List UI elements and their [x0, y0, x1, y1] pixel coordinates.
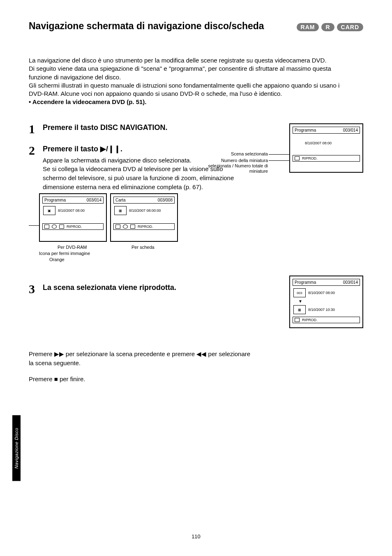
- intro-body: La navigazione del disco è uno strumento…: [29, 57, 339, 97]
- callout-thumb-count: Numero della miniatura selezionata / Num…: [206, 158, 268, 174]
- screen-footer: RIPROD.: [293, 317, 360, 323]
- thumb-row: 8/10/2007 08:00: [293, 141, 359, 145]
- screen-title-right: 003/008: [158, 198, 173, 202]
- thumb-image: ▦: [114, 206, 127, 215]
- timer-icon: [123, 225, 128, 229]
- thumb-row: ▦ 8/10/2007 08:00:00: [114, 206, 174, 215]
- step-number: 2: [29, 144, 43, 158]
- bottom-p1-b: per selezionare la scena precedente e pr…: [64, 350, 197, 357]
- thumb-image: ▦: [293, 305, 306, 314]
- bottom-p2-b: per finire.: [58, 375, 85, 382]
- play-small-icon: [130, 225, 135, 229]
- screen-title-left: Programma: [295, 280, 316, 285]
- thumb-date: 8/10/2007 08:00:00: [129, 208, 161, 213]
- thumb-row-2: ▦ 8/10/2007 10:30: [293, 305, 359, 314]
- footer-label: RIPROD.: [67, 225, 82, 229]
- nav-screen-left: Programma 003/014 ▣ 8/10/2007 08:00 RIPR…: [39, 193, 107, 242]
- badge-r: R: [321, 23, 334, 31]
- step-number: 1: [29, 122, 43, 136]
- caption-card: Per scheda: [131, 245, 154, 250]
- media-badges: RAM R CARD: [297, 23, 363, 31]
- stop-square-icon: ■: [54, 375, 58, 382]
- screen-title-left: Programma: [44, 198, 66, 202]
- stop-icon: [44, 225, 49, 229]
- caption-dvd-ram: Per DVD-RAM: [58, 245, 87, 250]
- thumb-date: 8/10/2007 10:30: [308, 308, 335, 312]
- screen-footer: RIPROD.: [113, 223, 175, 230]
- thumb-icon: ▣: [43, 206, 55, 215]
- screen-title-bar: Carta 003/008: [113, 197, 175, 204]
- footer-label: RIPROD.: [302, 156, 318, 160]
- step-number: 3: [29, 282, 43, 296]
- nav-screen-top: Programma 003/014 8/10/2007 08:00 RIPROD…: [289, 123, 363, 173]
- thumb-date: 8/10/2007 08:00: [305, 141, 332, 145]
- thumb-image: 003: [293, 288, 306, 297]
- screen-title-bar: Programma 003/014: [42, 197, 104, 204]
- page-number: 110: [0, 533, 392, 540]
- screen-footer: RIPROD.: [42, 223, 104, 230]
- stop-icon: [295, 318, 300, 322]
- nav-screen-mid: Carta 003/008 ▦ 8/10/2007 08:00:00 RIPRO…: [110, 193, 178, 242]
- bottom-p1: Premere ▶▶ per selezionare la scena prec…: [29, 350, 251, 368]
- bottom-p2: Premere ■ per finire.: [29, 375, 251, 384]
- callout-line: [269, 160, 289, 161]
- screen-title-right: 003/014: [87, 198, 101, 202]
- callout-selected-scene: Scena selezionata: [231, 151, 268, 157]
- timer-icon: [52, 225, 57, 229]
- play-small-icon: [59, 225, 64, 229]
- badge-ram: RAM: [297, 23, 319, 31]
- callout-still-icon: Icona per fermi immagine: [39, 251, 90, 256]
- play-pause-icon: ▶/❙❙: [100, 145, 120, 153]
- fast-forward-icon: ▶▶: [54, 350, 64, 357]
- stop-icon: [115, 225, 120, 229]
- bottom-text: Premere ▶▶ per selezionare la scena prec…: [29, 350, 251, 384]
- thumb-date: 8/10/2007 08:00: [58, 208, 85, 213]
- thumb-row: 003 8/10/2007 08:00: [293, 288, 359, 297]
- callout-line: [269, 154, 289, 155]
- rewind-icon: ◀◀: [196, 350, 206, 357]
- bottom-p2-a: Premere: [29, 375, 54, 382]
- down-arrow-icon: ▼: [298, 299, 302, 303]
- screen-footer: RIPROD.: [293, 155, 360, 162]
- footer-label: RIPROD.: [302, 318, 318, 322]
- screen-title-left: Programma: [295, 128, 316, 132]
- callout-line: [29, 225, 39, 226]
- screen-title-bar: Programma 003/014: [293, 127, 360, 134]
- step-2-text-b: .: [120, 145, 122, 153]
- screen-title-bar: Programma 003/014: [293, 279, 360, 286]
- sidebar-label: Navigazione Disco: [12, 415, 21, 481]
- bottom-p1-a: Premere: [29, 350, 54, 357]
- footer-label: RIPROD.: [138, 225, 153, 229]
- thumb-date: 8/10/2007 08:00: [308, 291, 335, 295]
- intro-bold: • Accendere la videocamera DVD (p. 51).: [29, 98, 146, 105]
- nav-screen-right: Programma 003/014 003 8/10/2007 08:00 ▼ …: [289, 276, 363, 328]
- screen-title-left: Carta: [115, 198, 125, 202]
- intro-text: La navigazione del disco è uno strumento…: [29, 56, 341, 107]
- arrow-down-row: ▼: [298, 299, 359, 303]
- screen-title-right: 003/014: [343, 128, 358, 132]
- badge-card: CARD: [337, 23, 363, 31]
- stop-icon: [295, 156, 300, 160]
- caption-orange: Orange: [49, 257, 65, 262]
- step-2-text-a: Premere il tasto: [43, 145, 100, 153]
- thumb-row: ▣ 8/10/2007 08:00: [43, 206, 103, 215]
- screen-title-right: 003/014: [343, 280, 358, 285]
